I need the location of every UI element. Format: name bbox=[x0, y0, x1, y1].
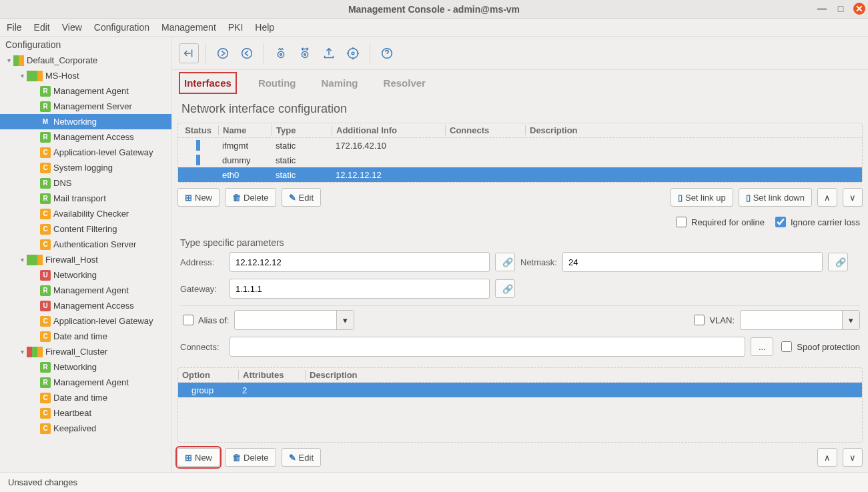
tree-item-label: Heartbeat bbox=[53, 408, 91, 418]
set-link-up-button[interactable]: ▯Set link up bbox=[671, 188, 733, 207]
menu-pki[interactable]: PKI bbox=[228, 22, 244, 33]
address-link-button[interactable]: 🔗 bbox=[495, 253, 515, 271]
tree-item[interactable]: RDNS bbox=[0, 175, 171, 191]
gateway-link-button[interactable]: 🔗 bbox=[495, 279, 515, 298]
vlan-combo[interactable]: ▾ bbox=[740, 310, 860, 330]
tree-item[interactable]: CAvailability Checker bbox=[0, 206, 171, 221]
connects-browse-button[interactable]: ... bbox=[751, 337, 773, 356]
gateway-input[interactable] bbox=[230, 279, 490, 299]
link-icon: 🔗 bbox=[835, 257, 846, 267]
ignore-carrier-checkbox[interactable]: Ignore carrier loss bbox=[773, 215, 860, 229]
tree-item[interactable]: CSystem logging bbox=[0, 160, 171, 175]
netmask-link-button[interactable]: 🔗 bbox=[828, 253, 848, 271]
th-attributes[interactable]: Attributes bbox=[238, 370, 305, 380]
tree-item[interactable]: CKeepalived bbox=[0, 421, 171, 436]
option-row[interactable]: group 2 bbox=[178, 383, 862, 397]
menu-configuration[interactable]: Configuration bbox=[94, 22, 149, 33]
edit-button[interactable]: ✎Edit bbox=[282, 188, 321, 207]
interface-row[interactable]: ifmgmt static 172.16.42.10 bbox=[178, 138, 862, 153]
tree-item-label: Management Server bbox=[53, 101, 132, 111]
new-option-button[interactable]: ⊞New bbox=[177, 448, 220, 467]
close-icon[interactable]: ✕ bbox=[853, 3, 865, 15]
th-info[interactable]: Additional Info bbox=[332, 125, 445, 135]
link-down-icon: ▯ bbox=[746, 193, 751, 203]
menu-management[interactable]: Management bbox=[161, 22, 216, 33]
menu-help[interactable]: Help bbox=[255, 22, 274, 33]
tree-item[interactable]: CAuthentication Server bbox=[0, 237, 171, 252]
back-icon[interactable] bbox=[237, 43, 257, 63]
tree-item[interactable]: UNetworking bbox=[0, 267, 171, 283]
new-button[interactable]: ⊞New bbox=[177, 188, 220, 207]
tree-item[interactable]: CApplication-level Gateway bbox=[0, 313, 171, 329]
tree-item[interactable]: RManagement Agent bbox=[0, 283, 171, 298]
tree-item[interactable]: CDate and time bbox=[0, 390, 171, 405]
global-settings-icon[interactable] bbox=[343, 43, 363, 63]
th-status[interactable]: Status bbox=[178, 125, 218, 135]
sidebar-title: Configuration bbox=[0, 37, 171, 53]
tab-naming[interactable]: Naming bbox=[318, 73, 362, 93]
tree-item[interactable]: ▾MS-Host bbox=[0, 68, 171, 83]
move-down-button[interactable]: ∨ bbox=[843, 448, 863, 467]
tree-item-label: MS-Host bbox=[45, 71, 79, 81]
tree-item[interactable]: ▾Firewall_Cluster bbox=[0, 344, 171, 359]
tree-item[interactable]: RManagement Agent bbox=[0, 83, 171, 99]
sync-settings-icon[interactable] bbox=[295, 43, 315, 63]
menu-edit[interactable]: Edit bbox=[34, 22, 50, 33]
th-type[interactable]: Type bbox=[272, 125, 332, 135]
tree-item[interactable]: RManagement Server bbox=[0, 99, 171, 114]
tree-item[interactable]: MNetworking bbox=[0, 114, 171, 129]
tree-item[interactable]: UManagement Access bbox=[0, 298, 171, 313]
address-input[interactable] bbox=[230, 252, 490, 272]
svg-point-1 bbox=[242, 48, 252, 58]
th-name[interactable]: Name bbox=[218, 125, 272, 135]
collapse-down-button[interactable]: ∨ bbox=[843, 188, 863, 207]
move-up-button[interactable]: ∧ bbox=[817, 448, 837, 467]
tree-item[interactable]: RManagement Access bbox=[0, 129, 171, 145]
page-title: Network interface configuration bbox=[172, 95, 868, 123]
required-online-checkbox[interactable]: Required for online bbox=[673, 215, 765, 229]
interface-row[interactable]: dummy static bbox=[178, 153, 862, 167]
th-option[interactable]: Option bbox=[178, 370, 238, 380]
node-type-icon: C bbox=[40, 393, 51, 403]
tree-item[interactable]: RNetworking bbox=[0, 359, 171, 375]
th-description[interactable]: Description bbox=[525, 125, 862, 135]
th-connects[interactable]: Connects bbox=[445, 125, 525, 135]
alias-of-checkbox[interactable]: Alias of: bbox=[180, 313, 229, 327]
netmask-input[interactable] bbox=[562, 252, 823, 272]
upload-icon[interactable] bbox=[319, 43, 339, 63]
collapse-up-button[interactable]: ∧ bbox=[817, 188, 837, 207]
svg-point-4 bbox=[302, 51, 308, 57]
minimize-icon[interactable]: — bbox=[816, 3, 828, 15]
tree-item[interactable]: CHeartbeat bbox=[0, 405, 171, 421]
connects-input[interactable] bbox=[230, 337, 745, 357]
forward-icon[interactable] bbox=[213, 43, 233, 63]
options-table: Option Attributes Description group 2 bbox=[177, 367, 863, 443]
tree-item[interactable]: RManagement Agent bbox=[0, 375, 171, 390]
delete-option-button[interactable]: 🗑Delete bbox=[225, 448, 276, 467]
maximize-icon[interactable]: □ bbox=[835, 3, 847, 15]
delete-button[interactable]: 🗑Delete bbox=[225, 188, 276, 207]
tab-routing[interactable]: Routing bbox=[254, 73, 300, 93]
menu-file[interactable]: File bbox=[7, 22, 22, 33]
vlan-checkbox[interactable]: VLAN: bbox=[691, 313, 735, 327]
edit-option-button[interactable]: ✎Edit bbox=[282, 448, 321, 467]
tree-item[interactable]: CDate and time bbox=[0, 329, 171, 344]
tree-item[interactable]: RMail transport bbox=[0, 191, 171, 206]
tree-item[interactable]: ▾Default_Corporate bbox=[0, 53, 171, 68]
tree-item[interactable]: CContent Filtering bbox=[0, 221, 171, 237]
interface-row[interactable]: eth0 static 12.12.12.12 bbox=[178, 167, 862, 182]
alias-of-combo[interactable]: ▾ bbox=[234, 310, 354, 330]
tree-item-label: Management Agent bbox=[53, 285, 129, 295]
tab-resolver[interactable]: Resolver bbox=[380, 73, 430, 93]
tab-interfaces[interactable]: Interfaces bbox=[179, 72, 237, 94]
tree-item-label: Networking bbox=[53, 362, 97, 372]
tree-item[interactable]: ▾Firewall_Host bbox=[0, 252, 171, 267]
th-description[interactable]: Description bbox=[305, 370, 862, 380]
help-icon[interactable] bbox=[377, 43, 397, 63]
set-link-down-button[interactable]: ▯Set link down bbox=[739, 188, 812, 207]
view-settings-icon[interactable] bbox=[271, 43, 291, 63]
menu-view[interactable]: View bbox=[62, 22, 82, 33]
up-level-icon[interactable] bbox=[179, 43, 199, 63]
spoof-protection-checkbox[interactable]: Spoof protection bbox=[779, 339, 860, 354]
tree-item[interactable]: CApplication-level Gateway bbox=[0, 145, 171, 160]
